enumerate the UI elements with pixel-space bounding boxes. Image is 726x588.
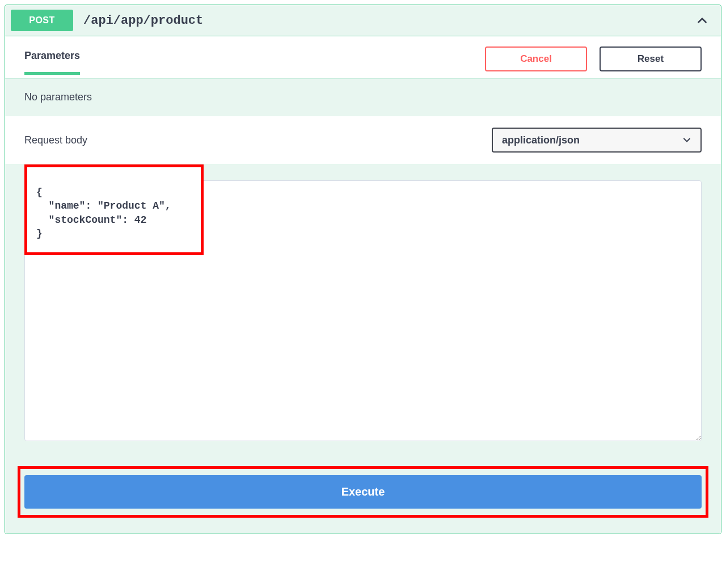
header-actions: Cancel Reset	[485, 46, 702, 71]
chevron-up-icon	[695, 13, 710, 28]
request-body-header: Request body application/json	[5, 116, 721, 164]
request-body-label: Request body	[24, 134, 87, 146]
request-body-section: { "name": "Product A", "stockCount": 42 …	[5, 164, 721, 455]
execute-button[interactable]: Execute	[24, 475, 702, 509]
parameters-tab[interactable]: Parameters	[24, 50, 80, 75]
method-badge: POST	[11, 10, 73, 31]
cancel-button[interactable]: Cancel	[485, 46, 587, 71]
no-parameters-message: No parameters	[5, 78, 721, 116]
content-type-select-wrapper: application/json	[492, 128, 702, 153]
reset-button[interactable]: Reset	[600, 46, 702, 71]
content-type-select[interactable]: application/json	[492, 128, 702, 153]
execute-section: Execute	[5, 455, 721, 534]
opblock-body: Parameters Cancel Reset No parameters Re…	[5, 36, 721, 534]
parameters-header: Parameters Cancel Reset	[5, 36, 721, 78]
opblock-summary[interactable]: POST /api/app/product	[5, 5, 721, 36]
request-body-textarea[interactable]	[24, 180, 702, 441]
endpoint-path: /api/app/product	[83, 14, 695, 28]
parameters-tab-label: Parameters	[24, 50, 80, 75]
opblock-post: POST /api/app/product Parameters Cancel …	[5, 5, 721, 534]
